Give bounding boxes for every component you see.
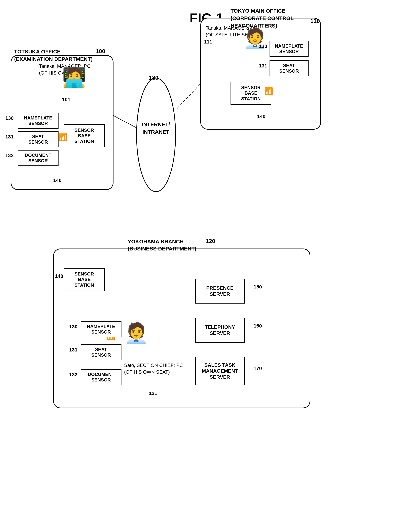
yokohama-base-station: SENSORBASESTATION — [64, 268, 105, 291]
yokohama-nameplate-ref: 130 — [69, 324, 77, 330]
yokohama-label2: (BUSINESS DEPARTMENT) — [128, 245, 196, 252]
totsuka-person-icon: 🧑‍💻 — [62, 67, 86, 87]
totsuka-nameplate-ref: 130 — [5, 115, 14, 121]
totsuka-wifi-icon: 📶 — [58, 133, 67, 142]
telephony-ref: 160 — [254, 323, 262, 329]
tokyo-seat-ref: 131 — [259, 63, 267, 69]
tokyo-nameplate-ref: 130 — [259, 44, 267, 49]
yokohama-seat-sensor: SEATSENSOR — [81, 344, 121, 360]
network-ref: 180 — [149, 75, 158, 81]
totsuka-seat-ref: 131 — [5, 134, 14, 140]
yokohama-person-label: Sato, SECTION CHIEF; PC (OF HIS OWN SEAT… — [124, 362, 183, 376]
totsuka-document-sensor: DOCUMENTSENSOR — [18, 150, 58, 166]
yokohama-ref: 120 — [206, 238, 215, 244]
totsuka-person-ref: 101 — [62, 97, 70, 102]
totsuka-document-ref: 132 — [5, 153, 14, 158]
yokohama-document-ref: 132 — [69, 372, 77, 378]
yokohama-base-ref: 140 — [55, 273, 63, 279]
presence-ref: 150 — [254, 284, 262, 290]
sales-server: SALES TASKMANAGEMENTSERVER — [195, 357, 245, 385]
yokohama-seat-ref: 131 — [69, 347, 77, 353]
tokyo-seat-sensor: SEATSENSOR — [270, 60, 309, 76]
presence-server: PRESENCESERVER — [195, 279, 245, 304]
yokohama-nameplate-sensor: NAMEPLATESENSOR — [81, 321, 121, 337]
totsuka-label: TOTSUKA OFFICE (EXAMINATION DEPARTMENT) — [14, 48, 92, 63]
tokyo-inner-ref: 111 — [204, 39, 212, 45]
sales-ref: 170 — [254, 366, 262, 371]
yokohama-label: YOKOHAMA BRANCH — [128, 238, 184, 245]
totsuka-nameplate-sensor: NAMEPLATESENSOR — [18, 113, 58, 129]
yokohama-person-ref: 121 — [149, 390, 157, 396]
tokyo-base-ref: 140 — [257, 114, 266, 119]
totsuka-base-ref: 140 — [53, 178, 62, 183]
tokyo-ref: 110 — [310, 18, 320, 24]
totsuka-seat-sensor: SEATSENSOR — [18, 131, 58, 147]
tokyo-wifi-icon: 📶 — [264, 87, 273, 95]
tokyo-nameplate-sensor: NAMEPLATESENSOR — [270, 41, 309, 57]
totsuka-base-station: SENSORBASESTATION — [64, 124, 105, 147]
telephony-server: TELEPHONYSERVER — [195, 318, 245, 342]
yokohama-document-sensor: DOCUMENTSENSOR — [81, 369, 121, 385]
yokohama-person-icon: 🧑‍💼 — [124, 323, 148, 342]
network-label: INTERNET/ INTRANET — [142, 121, 170, 136]
totsuka-ref: 100 — [96, 48, 105, 55]
